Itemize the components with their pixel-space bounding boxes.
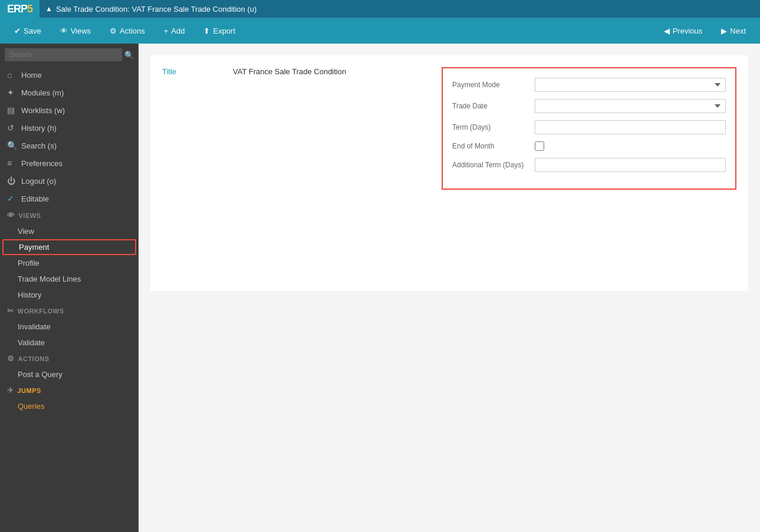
jumps-section-header: ✈ JUMPS	[0, 382, 139, 398]
sidebar-item-logout[interactable]: ⏻ Logout (o)	[0, 172, 139, 190]
workflows-section-header: ✂ WORKFLOWS	[0, 303, 139, 319]
home-icon: ⌂	[7, 70, 17, 80]
additional-term-label: Additional Term (Days)	[452, 161, 529, 169]
actions-gear-icon: ⚙	[7, 354, 15, 363]
sidebar-item-history[interactable]: ↺ History (h)	[0, 119, 139, 137]
sidebar-sub-queries[interactable]: Queries	[0, 398, 139, 414]
views-section-header: 👁 VIEWS	[0, 207, 139, 223]
form-content: Title VAT France Sale Trade Condition Pa…	[150, 55, 748, 291]
trade-date-select[interactable]	[535, 99, 726, 113]
logo: ERP5	[0, 0, 40, 18]
sidebar-sub-validate[interactable]: Validate	[0, 335, 139, 351]
payment-mode-label: Payment Mode	[452, 81, 529, 89]
sidebar-sub-invalidate[interactable]: Invalidate	[0, 319, 139, 335]
sidebar-search-container: 🔍	[0, 44, 139, 66]
payment-mode-select[interactable]	[535, 78, 726, 92]
term-days-input[interactable]	[535, 120, 726, 134]
actions-icon: ⚙	[110, 27, 117, 35]
sidebar: 🔍 ⌂ Home ✦ Modules (m) ▤ Worklists (w) ↺…	[0, 44, 139, 532]
history-icon: ↺	[7, 123, 17, 133]
search-icon[interactable]: 🔍	[124, 51, 134, 60]
previous-icon: ◀	[664, 27, 670, 35]
sidebar-sub-payment[interactable]: Payment	[2, 239, 136, 255]
export-icon: ⬆	[203, 27, 210, 35]
sidebar-sub-trade-model-lines[interactable]: Trade Model Lines	[0, 271, 139, 287]
next-button[interactable]: ▶ Next	[713, 23, 754, 39]
breadcrumb-title: Sale Trade Condition: VAT France Sale Tr…	[56, 5, 256, 14]
trade-date-label: Trade Date	[452, 102, 529, 110]
sidebar-item-preferences[interactable]: ≡ Preferences	[0, 154, 139, 172]
preferences-icon: ≡	[7, 158, 17, 168]
workflows-icon: ✂	[7, 306, 14, 315]
worklists-icon: ▤	[7, 105, 17, 115]
term-days-label: Term (Days)	[452, 123, 529, 131]
sidebar-sub-view[interactable]: View	[0, 223, 139, 239]
sidebar-sub-history[interactable]: History	[0, 287, 139, 303]
title-value: VAT France Sale Trade Condition	[233, 67, 346, 76]
end-of-month-label: End of Month	[452, 142, 529, 150]
export-button[interactable]: ⬆ Export	[195, 23, 244, 39]
payment-panel: Payment Mode Trade Date Term (Days) End …	[442, 67, 736, 190]
views-icon: 👁	[60, 27, 68, 35]
trade-date-row: Trade Date	[452, 99, 726, 113]
save-icon: ✔	[14, 27, 21, 35]
additional-term-row: Additional Term (Days)	[452, 158, 726, 172]
check-icon: ✓	[7, 194, 17, 203]
views-button[interactable]: 👁 Views	[52, 23, 99, 39]
jumps-icon: ✈	[7, 386, 14, 395]
end-of-month-row: End of Month	[452, 141, 726, 151]
eye-icon: 👁	[7, 211, 15, 220]
sidebar-item-search[interactable]: 🔍 Search (s)	[0, 137, 139, 154]
content-area: Title VAT France Sale Trade Condition Pa…	[139, 44, 760, 532]
additional-term-input[interactable]	[535, 158, 726, 172]
add-button[interactable]: + Add	[156, 23, 193, 39]
title-row: Title VAT France Sale Trade Condition	[162, 67, 442, 76]
term-days-row: Term (Days)	[452, 120, 726, 134]
actions-section-header: ⚙ ACTIONS	[0, 351, 139, 366]
previous-button[interactable]: ◀ Previous	[656, 23, 711, 39]
sidebar-item-worklists[interactable]: ▤ Worklists (w)	[0, 101, 139, 119]
modules-icon: ✦	[7, 88, 17, 97]
logout-icon: ⏻	[7, 176, 17, 186]
next-icon: ▶	[721, 27, 727, 35]
page-title: ▲ Sale Trade Condition: VAT France Sale …	[40, 0, 760, 18]
payment-mode-row: Payment Mode	[452, 78, 726, 92]
toolbar: ✔ Save 👁 Views ⚙ Actions + Add ⬆ Export …	[0, 18, 760, 44]
add-icon: +	[164, 27, 169, 35]
actions-button[interactable]: ⚙ Actions	[101, 23, 153, 39]
sidebar-item-home[interactable]: ⌂ Home	[0, 66, 139, 84]
title-label: Title	[162, 67, 233, 76]
sidebar-sub-post-query[interactable]: Post a Query	[0, 366, 139, 382]
sidebar-item-modules[interactable]: ✦ Modules (m)	[0, 84, 139, 101]
breadcrumb-arrow: ▲	[45, 5, 52, 13]
search-input[interactable]	[5, 48, 122, 61]
save-button[interactable]: ✔ Save	[6, 23, 50, 39]
end-of-month-checkbox[interactable]	[535, 141, 544, 151]
sidebar-item-editable[interactable]: ✓ Editable	[0, 190, 139, 207]
sidebar-sub-profile[interactable]: Profile	[0, 255, 139, 271]
search-nav-icon: 🔍	[7, 141, 17, 150]
